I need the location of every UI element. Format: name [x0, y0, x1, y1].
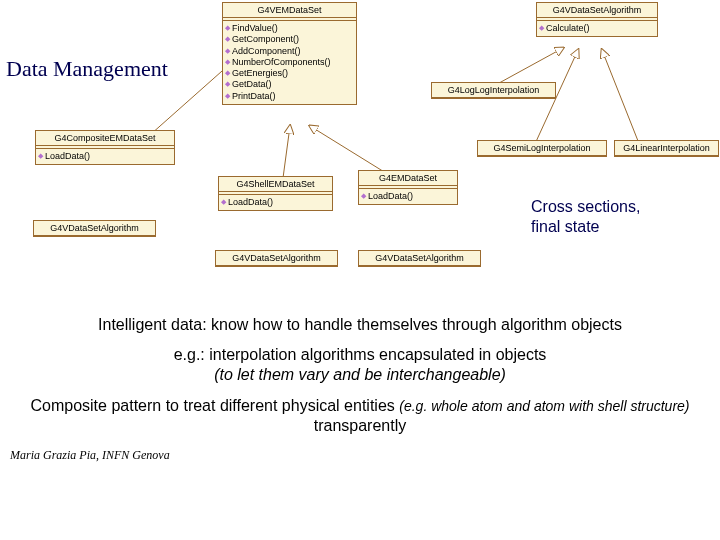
class-em: G4EMDataSet LoadData(): [358, 170, 458, 205]
paragraph-interpolation: e.g.: interpolation algorithms encapsula…: [0, 345, 720, 385]
class-title: G4VDataSetAlgorithm: [216, 251, 337, 266]
class-methods: LoadData(): [219, 195, 332, 210]
note-cross-sections: Cross sections, final state: [531, 197, 640, 237]
paragraph-composite: Composite pattern to treat different phy…: [0, 396, 720, 436]
class-algorithm-ref2: G4VDataSetAlgorithm: [215, 250, 338, 267]
class-title: G4VDataSetAlgorithm: [34, 221, 155, 236]
class-title: G4CompositeEMDataSet: [36, 131, 174, 146]
footer-author: Maria Grazia Pia, INFN Genova: [10, 448, 170, 463]
class-methods: LoadData(): [36, 149, 174, 164]
class-methods: LoadData(): [359, 189, 457, 204]
class-title: G4VDataSetAlgorithm: [537, 3, 657, 18]
class-algorithm-ref1: G4VDataSetAlgorithm: [33, 220, 156, 237]
class-loglog: G4LogLogInterpolation: [431, 82, 556, 99]
class-semilog: G4SemiLogInterpolation: [477, 140, 607, 157]
class-methods: FindValue() GetComponent() AddComponent(…: [223, 21, 356, 104]
class-title: G4ShellEMDataSet: [219, 177, 332, 192]
class-algorithm-ref3: G4VDataSetAlgorithm: [358, 250, 481, 267]
class-shell: G4ShellEMDataSet LoadData(): [218, 176, 333, 211]
class-composite: G4CompositeEMDataSet LoadData(): [35, 130, 175, 165]
class-title: G4SemiLogInterpolation: [478, 141, 606, 156]
svg-line-1: [283, 126, 290, 178]
class-title: G4EMDataSet: [359, 171, 457, 186]
class-title: G4VDataSetAlgorithm: [359, 251, 480, 266]
paragraph-intelligent-data: Intelligent data: know how to handle the…: [0, 316, 720, 334]
class-title: G4LogLogInterpolation: [432, 83, 555, 98]
svg-line-5: [602, 50, 640, 146]
class-title: G4VEMDataSet: [223, 3, 356, 18]
class-linear: G4LinearInterpolation: [614, 140, 719, 157]
section-heading: Data Management: [6, 56, 168, 82]
class-g4vemdataset: G4VEMDataSet FindValue() GetComponent() …: [222, 2, 357, 105]
class-title: G4LinearInterpolation: [615, 141, 718, 156]
class-g4vdatasetalgorithm: G4VDataSetAlgorithm Calculate(): [536, 2, 658, 37]
class-methods: Calculate(): [537, 21, 657, 36]
